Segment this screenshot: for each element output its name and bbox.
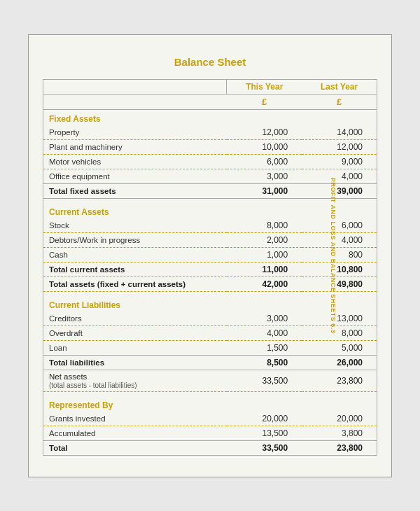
total-current-assets-row: Total current assets 11,000 10,800 (43, 262, 377, 276)
total-fixed-assets-row: Total fixed assets 31,000 39,000 (43, 183, 377, 198)
last-year-header: Last Year (302, 79, 377, 94)
header-row: This Year Last Year (43, 79, 377, 94)
currency-row: £ £ (43, 94, 377, 109)
side-label: PROFIT AND LOSS AND BALANCE SHEETS 6.3 (330, 178, 337, 333)
table-row: Overdraft 4,000 8,000 (43, 326, 377, 340)
table-row: Property 12,000 14,000 (43, 125, 377, 140)
last-year-currency: £ (302, 94, 377, 109)
total-assets-row: Total assets (fixed + current assets) 42… (43, 276, 377, 291)
total-liabilities-row: Total liabilities 8,500 26,000 (43, 355, 377, 370)
current-liabilities-heading: Current Liabilities (43, 296, 377, 312)
table-row: Creditors 3,000 13,000 (43, 312, 377, 326)
fixed-assets-heading: Fixed Assets (43, 109, 377, 125)
table-row: Grants invested 20,000 20,000 (43, 412, 377, 426)
this-year-currency: £ (227, 94, 302, 109)
table-row: Stock 8,000 6,000 (43, 218, 377, 233)
represented-by-total-row: Total 33,500 23,800 (43, 440, 377, 455)
current-assets-heading: Current Assets (43, 203, 377, 218)
this-year-header: This Year (227, 79, 302, 94)
table-row: Plant and machinery 10,000 12,000 (43, 139, 377, 154)
table-row: Loan 1,500 5,000 (43, 340, 377, 355)
page-title: Balance Sheet (43, 56, 377, 68)
table-row: Debtors/Work in progress 2,000 4,000 (43, 232, 377, 247)
table-row: Cash 1,000 800 (43, 247, 377, 262)
represented-by-heading: Represented By (43, 396, 377, 412)
net-assets-row: Net assets (total assets - total liabili… (43, 370, 377, 391)
table-row: Motor vehicles 6,000 9,000 (43, 154, 377, 169)
table-row: Accumulated 13,500 3,800 (43, 426, 377, 440)
table-row: Office equipment 3,000 4,000 (43, 169, 377, 183)
